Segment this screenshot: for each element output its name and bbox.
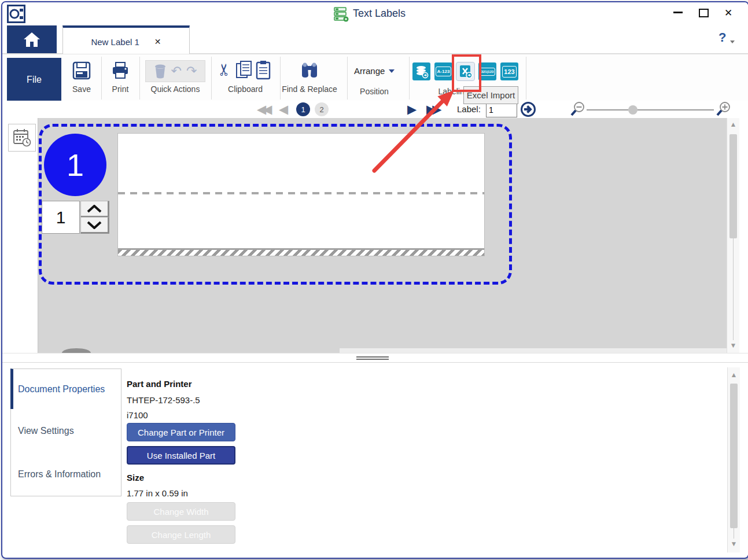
divider	[139, 57, 140, 100]
divider	[526, 57, 526, 100]
sequence-button[interactable]: 321|123	[478, 62, 496, 80]
label-number-input[interactable]	[486, 102, 517, 117]
excel-import-icon	[458, 64, 473, 79]
properties-panel: Document Properties View Settings Errors…	[2, 362, 748, 555]
next-page-icon[interactable]: ▶	[407, 103, 413, 115]
maximize-icon[interactable]	[699, 9, 709, 17]
trash-icon[interactable]	[154, 64, 167, 79]
spin-up-button[interactable]	[80, 201, 109, 218]
zoom-slider-track[interactable]	[587, 109, 714, 110]
page-nav-row: ◀◀ ◀ 1 2 ▶ ▶▶ Label:	[2, 101, 748, 118]
close-icon[interactable]: ✕	[724, 8, 732, 18]
save-label[interactable]: Save	[62, 84, 101, 94]
tabbar: New Label 1 ✕ ?	[2, 25, 748, 54]
scroll-up-icon[interactable]: ▲	[727, 120, 739, 128]
ribbon: File Save Print	[2, 54, 748, 102]
size-heading: Size	[127, 473, 144, 482]
help-caret-icon	[730, 40, 735, 43]
tooltip-label: Excel Import	[467, 90, 515, 100]
canvas-scroll-thumb[interactable]	[729, 134, 737, 238]
divider	[347, 57, 348, 100]
position-label: Position	[348, 87, 400, 96]
panel-scrollbar[interactable]: ▲ ▼	[727, 367, 740, 552]
serialization-button[interactable]: A-123	[434, 62, 452, 80]
last-page-icon[interactable]: ▶▶	[426, 103, 438, 115]
spin-down-icon	[87, 221, 102, 229]
calendar-clock-icon	[12, 128, 32, 148]
data-source-button[interactable]	[412, 62, 430, 80]
sequence-icon: 321|123	[480, 68, 496, 76]
scroll-down-icon[interactable]: ▼	[727, 341, 739, 349]
scroll-up-icon[interactable]: ▲	[728, 371, 740, 379]
serialization-icon: A-123	[436, 67, 452, 76]
tab-label: Errors & Information	[18, 469, 101, 480]
app-window: Text Labels ✕ New Label 1 ✕ ? File	[1, 1, 748, 559]
document-tab[interactable]: New Label 1 ✕	[62, 25, 190, 56]
insert-datetime-button[interactable]	[8, 124, 36, 152]
design-canvas[interactable]: 1 1	[7, 118, 727, 353]
find-replace-icon[interactable]	[300, 60, 319, 79]
button-label: Change Part or Printer	[138, 428, 224, 437]
splitter[interactable]	[2, 353, 748, 363]
scroll-groove	[734, 528, 734, 539]
button-label: Use Installed Part	[147, 451, 215, 460]
page-1-dot[interactable]: 1	[296, 102, 310, 116]
arrange-caret-icon	[389, 69, 395, 73]
button-label: Change Width	[153, 507, 208, 517]
page-2-dot[interactable]: 2	[315, 102, 329, 116]
spin-down-button[interactable]	[80, 217, 109, 234]
print-icon[interactable]	[111, 61, 130, 80]
scroll-groove	[733, 238, 734, 340]
quick-actions-group: ↶ ↷	[145, 60, 205, 82]
h-scroll-track[interactable]	[340, 348, 727, 353]
button-label: Change Length	[152, 530, 211, 540]
label-surface[interactable]	[117, 133, 485, 256]
file-label: File	[27, 75, 42, 85]
tab-document-properties[interactable]: Document Properties	[10, 369, 121, 410]
divider	[211, 57, 212, 100]
quick-actions-label: Quick Actions	[141, 84, 209, 94]
window-title: Text Labels	[353, 8, 406, 20]
label-number-badge[interactable]: 1	[44, 134, 106, 196]
undo-icon[interactable]: ↶	[171, 64, 182, 79]
numbering-button[interactable]: 123	[500, 62, 518, 80]
print-label[interactable]: Print	[102, 84, 139, 94]
clipboard-label: Clipboard	[218, 84, 273, 94]
minimize-icon[interactable]	[673, 12, 683, 13]
tab-label: View Settings	[18, 426, 74, 436]
tab-view-settings[interactable]: View Settings	[10, 409, 121, 453]
file-button[interactable]: File	[7, 58, 61, 101]
zoom-out-icon[interactable]	[569, 101, 587, 118]
save-icon[interactable]	[72, 61, 91, 80]
redo-icon[interactable]: ↷	[186, 64, 197, 79]
panel-scroll-thumb[interactable]	[730, 384, 738, 528]
label-liner-zone	[118, 248, 484, 256]
use-installed-part-button[interactable]: Use Installed Part	[127, 446, 235, 465]
help-icon[interactable]: ?	[718, 30, 726, 45]
canvas-scrollbar[interactable]: ▲ ▼	[727, 118, 739, 353]
copies-spinner-value[interactable]: 1	[42, 201, 80, 234]
excel-import-button[interactable]	[456, 62, 474, 80]
home-icon	[23, 31, 40, 47]
numbering-icon: 123	[502, 66, 516, 78]
cut-icon[interactable]: ✂	[215, 63, 234, 76]
data-source-icon	[415, 65, 429, 79]
copy-icon[interactable]	[235, 60, 253, 80]
arrange-dropdown[interactable]: Arrange	[354, 66, 395, 76]
find-replace-label[interactable]: Find & Replace	[274, 84, 345, 94]
label-midline	[118, 192, 484, 194]
zoom-in-icon[interactable]	[715, 101, 732, 118]
home-tab[interactable]	[7, 25, 57, 53]
change-part-printer-button[interactable]: Change Part or Printer	[127, 423, 235, 441]
prev-page-icon[interactable]: ◀	[279, 103, 285, 115]
scroll-down-icon[interactable]: ▼	[728, 540, 740, 548]
canvas-left-strip	[7, 118, 38, 353]
paste-icon[interactable]	[256, 60, 271, 80]
zoom-slider-thumb[interactable]	[628, 105, 638, 115]
next-label-peek	[62, 348, 91, 353]
go-to-label-icon[interactable]	[520, 101, 536, 117]
first-page-icon[interactable]: ◀◀	[257, 103, 268, 115]
part-printer-heading: Part and Printer	[127, 379, 192, 389]
tab-errors-information[interactable]: Errors & Information	[10, 452, 121, 496]
tab-close-icon[interactable]: ✕	[154, 37, 161, 46]
